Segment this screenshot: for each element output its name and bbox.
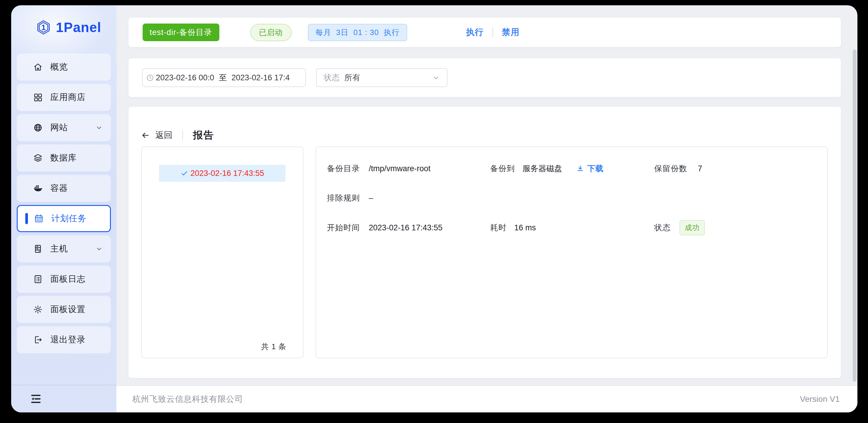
header-divider: [182, 130, 183, 141]
task-status-badge: 已启动: [250, 24, 292, 41]
app-window: 1 1Panel 概览 应用商店: [11, 5, 858, 413]
content-area: test-dir-备份目录 已启动 每月 3日 01 : 30 执行 执行 禁用…: [117, 5, 858, 385]
filter-bar: 2023-02-16 00:0 至 2023-02-16 17:4 状态 所有: [128, 58, 841, 97]
date-range-end: 2023-02-16 17:4: [231, 73, 290, 82]
sidebar-item-label: 计划任务: [51, 213, 87, 224]
record-list-panel: 2023-02-16 17:43:55 共 1 条: [141, 147, 304, 358]
sidebar-item-label: 网站: [50, 122, 68, 133]
start-time-value: 2023-02-16 17:43:55: [369, 223, 442, 232]
footer: 杭州飞致云信息科技有限公司 Version V1: [117, 385, 858, 413]
sidebar-item-label: 容器: [50, 182, 68, 194]
collapse-sidebar-button[interactable]: [29, 392, 42, 405]
detail-row-3: 开始时间 2023-02-16 17:43:55 耗时 16 ms 状态 成功: [327, 220, 818, 235]
footer-version-label: Version V1: [800, 394, 840, 404]
task-schedule-badge: 每月 3日 01 : 30 执行: [308, 24, 407, 41]
sidebar-nav: 概览 应用商店 网站 数据库: [11, 50, 117, 385]
docker-whale-icon: [33, 184, 43, 193]
status-select-label: 状态: [324, 72, 340, 83]
fold-icon: [29, 392, 42, 405]
home-icon: [33, 62, 43, 72]
svg-text:1: 1: [41, 23, 45, 31]
record-timestamp: 2023-02-16 17:43:55: [190, 169, 264, 178]
gear-icon: [33, 305, 43, 314]
date-range-separator: 至: [219, 72, 227, 83]
disable-button[interactable]: 禁用: [502, 27, 520, 38]
detail-row-2: 排除规则 –: [327, 191, 818, 205]
backup-to-label: 备份到: [490, 163, 515, 174]
logout-icon: [33, 335, 43, 344]
clock-icon: [146, 74, 154, 82]
sidebar-item-panel-settings[interactable]: 面板设置: [17, 296, 111, 323]
footer-company-name: 杭州飞致云信息科技有限公司: [132, 394, 243, 405]
main-column: test-dir-备份目录 已启动 每月 3日 01 : 30 执行 执行 禁用…: [117, 5, 858, 413]
status-success-badge: 成功: [680, 220, 705, 235]
1panel-logo-icon: 1: [36, 20, 51, 35]
sidebar-item-logout[interactable]: 退出登录: [17, 326, 111, 353]
backup-dir-value: /tmp/vmware-root: [369, 164, 431, 173]
page-title: 报告: [193, 128, 214, 142]
sidebar-item-container[interactable]: 容器: [17, 175, 111, 202]
sidebar-item-label: 概览: [50, 61, 68, 73]
sidebar-collapse-row: [11, 385, 117, 413]
sidebar-item-label: 应用商店: [50, 91, 86, 103]
detail-row-1: 备份目录 /tmp/vmware-root 备份到 服务器磁盘: [327, 161, 818, 176]
sidebar-item-panel-logs[interactable]: 面板日志: [17, 266, 111, 293]
sidebar-item-label: 主机: [50, 243, 68, 255]
app-logo[interactable]: 1 1Panel: [11, 5, 117, 50]
exclude-rules-value: –: [369, 193, 373, 203]
task-actions: 执行 禁用: [466, 27, 520, 38]
retain-value: 7: [698, 164, 702, 173]
sidebar-item-label: 面板日志: [50, 273, 86, 285]
active-indicator-bar: [25, 213, 28, 224]
chevron-down-icon: [432, 74, 440, 82]
back-button[interactable]: 返回: [141, 129, 172, 141]
duration-label: 耗时: [490, 222, 507, 233]
status-select-value: 所有: [344, 72, 360, 83]
download-icon: [576, 165, 584, 173]
start-time-label: 开始时间: [327, 222, 360, 233]
globe-icon: [33, 123, 43, 132]
app-store-icon: [33, 93, 43, 102]
backup-to-value: 服务器磁盘: [523, 163, 562, 174]
date-range-picker[interactable]: 2023-02-16 00:0 至 2023-02-16 17:4: [142, 68, 306, 87]
arrow-left-icon: [141, 131, 150, 140]
calendar-icon: [34, 214, 43, 223]
sidebar-item-overview[interactable]: 概览: [17, 54, 111, 81]
log-list-icon: [33, 274, 43, 284]
chevron-down-icon: [96, 124, 103, 131]
execute-button[interactable]: 执行: [466, 27, 484, 38]
sidebar-item-database[interactable]: 数据库: [17, 145, 111, 172]
report-panels: 2023-02-16 17:43:55 共 1 条 备份目录 /tmp/vmwa…: [141, 147, 828, 358]
sidebar-item-website[interactable]: 网站: [17, 114, 111, 141]
chevron-down-icon: [96, 245, 103, 252]
exclude-rules-label: 排除规则: [327, 193, 360, 203]
sidebar-item-app-store[interactable]: 应用商店: [17, 84, 111, 111]
sidebar-item-label: 面板设置: [50, 304, 86, 315]
date-range-start: 2023-02-16 00:0: [156, 73, 214, 82]
download-link[interactable]: 下载: [576, 163, 604, 174]
app-logo-text: 1Panel: [56, 20, 101, 35]
sidebar-item-label: 数据库: [50, 152, 77, 164]
record-detail-panel: 备份目录 /tmp/vmware-root 备份到 服务器磁盘: [315, 147, 828, 358]
download-label: 下载: [587, 163, 604, 174]
sidebar-item-host[interactable]: 主机: [17, 235, 111, 262]
sidebar-item-cron-tasks[interactable]: 计划任务: [17, 205, 111, 232]
window-scrollbar-thumb[interactable]: [853, 50, 857, 382]
sidebar: 1 1Panel 概览 应用商店: [11, 5, 117, 413]
duration-value: 16 ms: [514, 223, 536, 232]
task-header-bar: test-dir-备份目录 已启动 每月 3日 01 : 30 执行 执行 禁用: [128, 18, 841, 47]
status-label: 状态: [654, 222, 671, 233]
record-list-item[interactable]: 2023-02-16 17:43:55: [159, 165, 285, 182]
actions-divider: [493, 28, 493, 37]
sidebar-item-label: 退出登录: [50, 334, 86, 345]
back-label: 返回: [155, 129, 172, 141]
retain-label: 保留份数: [654, 163, 687, 174]
server-icon: [33, 244, 43, 253]
task-name-badge: test-dir-备份目录: [143, 24, 219, 41]
record-total-label: 共 1 条: [261, 341, 286, 352]
status-select[interactable]: 状态 所有: [316, 68, 447, 87]
check-icon: [181, 170, 188, 177]
backup-dir-label: 备份目录: [327, 163, 360, 174]
report-card: 返回 报告 2023-02-16 17:43:55 共: [128, 107, 841, 378]
report-header: 返回 报告: [141, 107, 828, 143]
